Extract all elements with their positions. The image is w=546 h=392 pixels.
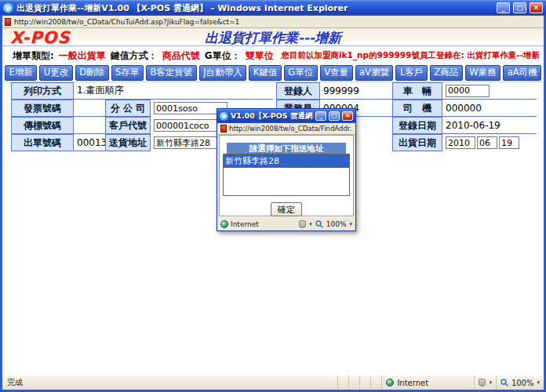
confirm-button[interactable]: 確定 <box>271 202 302 216</box>
popup-title-bar: e V1.00【X-POS 雲通網... _ □ ✕ <box>217 109 355 123</box>
status-panel <box>359 376 370 390</box>
toolbar-button-custom-code[interactable]: B客定貨號 <box>146 65 197 81</box>
delivery-address-label: 送貨地址 <box>105 134 151 151</box>
branch-label: 分 公 司 <box>105 100 151 117</box>
popup-body: 請選擇如下指送地址 新竹縣李路28 確定 <box>219 135 354 216</box>
order-no-label: 出單號碼 <box>11 134 74 151</box>
dropdown-arrow-icon[interactable]: ▾ <box>349 221 352 227</box>
status-panel <box>370 376 381 390</box>
popup-address-bar[interactable]: http://win2008/tw/o_CData/FindAddr.asp <box>217 123 355 135</box>
popup-minimize-button[interactable]: _ <box>315 111 326 121</box>
address-list-item[interactable]: 新竹縣李路28 <box>224 154 349 168</box>
login-notice: 您目前以加盟商ik1_np的999999號員工登錄在: 出貨打單作業--增新 <box>281 50 540 61</box>
popup-address-url[interactable]: http://win2008/tw/o_CData/FindAddr.asp <box>229 125 352 132</box>
slip-no-value <box>74 117 105 134</box>
info-bar: 增單類型: 一般出貨單 鍵值方式： 商品代號 G單位： 雙單位 您目前以加盟商i… <box>13 49 540 62</box>
toolbar-button-check-qty[interactable]: V查量 <box>320 65 353 81</box>
toolbar-button-autofill[interactable]: J自動帶入 <box>199 65 246 81</box>
ship-date-day-input[interactable] <box>499 136 519 149</box>
dropdown-arrow-icon[interactable]: ▾ <box>537 379 540 386</box>
toolbar-button-browse[interactable]: aV瀏覽 <box>355 65 394 81</box>
zoom-level-text: 100% <box>511 379 534 387</box>
ship-date-month-input[interactable] <box>477 136 497 149</box>
title-bar: e 出退貨打單作業--增新V1.00 【X-POS 雲通網】 - Windows… <box>0 0 546 16</box>
invoice-no-value <box>74 100 105 117</box>
register-date-label: 登錄日期 <box>392 117 442 134</box>
ie-logo-icon: e <box>3 3 13 13</box>
slip-no-label: 傳標號碼 <box>11 117 74 134</box>
address-listbox[interactable]: 新竹縣李路28 <box>223 154 350 196</box>
vehicle-label: 車 輛 <box>392 82 442 100</box>
address-select-popup: e V1.00【X-POS 雲通網... _ □ ✕ http://win200… <box>217 108 356 231</box>
status-bar: 完成 Internet ▾ 100% ▾ <box>2 375 544 390</box>
popup-status-bar: Internet ▾ 100% ▾ <box>217 216 355 230</box>
ship-date-year-input[interactable] <box>446 136 475 149</box>
internet-globe-icon <box>220 220 228 228</box>
toolbar-button-update[interactable]: U更改 <box>39 65 72 81</box>
unit-label: G單位： <box>205 49 241 63</box>
toolbar-button-add[interactable]: E增新 <box>5 65 37 81</box>
ie-logo-icon: e <box>220 112 228 121</box>
driver-label: 司 機 <box>392 100 442 117</box>
popup-status-zone: Internet <box>231 220 259 228</box>
print-mode-label: 列印方式 <box>11 82 74 100</box>
toolbar-button-sales[interactable]: W業務 <box>465 65 500 81</box>
key-mode-label: 鍵值方式： <box>111 49 158 63</box>
toolbar-button-unit[interactable]: G單位 <box>284 65 318 81</box>
popup-zoom-level: 100% <box>326 220 347 228</box>
driver-value: 000000 <box>442 100 537 117</box>
popup-close-button[interactable]: ✕ <box>342 111 353 121</box>
customer-code-label: 客戶代號 <box>105 117 151 134</box>
protected-mode-icon <box>479 379 486 387</box>
close-button[interactable]: ✕ <box>530 2 543 13</box>
register-date-value: 2010-06-19 <box>442 117 537 134</box>
unit-value: 雙單位 <box>246 49 274 63</box>
protected-mode-icon <box>299 220 306 228</box>
toolbar: E增新 U更改 D刪除 S存單 B客定貨號 J自動帶入 K鍵值 G單位 V查量 … <box>5 65 541 81</box>
maximize-button[interactable]: □ <box>513 2 526 13</box>
status-done-text: 完成 <box>2 377 337 388</box>
ship-date-label: 出貨日期 <box>392 134 442 151</box>
browser-window: e 出退貨打單作業--增新V1.00 【X-POS 雲通網】 - Windows… <box>0 0 546 392</box>
page-icon <box>5 18 11 26</box>
toolbar-button-customer[interactable]: L客戶 <box>395 65 427 81</box>
zoom-panel[interactable]: 100% ▾ <box>496 376 544 390</box>
page-icon <box>220 125 227 132</box>
dropdown-arrow-icon[interactable]: ▾ <box>489 379 492 386</box>
popup-maximize-button[interactable]: □ <box>329 111 340 121</box>
registrant-label: 登錄人 <box>276 82 320 100</box>
order-type-label: 增單類型: <box>13 49 54 63</box>
key-mode-value: 商品代號 <box>162 49 200 63</box>
toolbar-button-save[interactable]: S存單 <box>111 65 144 81</box>
dropdown-arrow-icon[interactable]: ▾ <box>309 221 312 227</box>
minimize-button[interactable]: _ <box>497 2 510 13</box>
protected-mode-panel[interactable]: ▾ <box>474 376 496 390</box>
popup-prompt: 請選擇如下指送地址 <box>227 143 346 154</box>
status-panel <box>337 376 348 390</box>
order-no-value: 000139 <box>74 134 105 151</box>
order-type-value: 一般出貨單 <box>59 49 106 63</box>
status-zone-text: Internet <box>397 379 428 387</box>
invoice-no-label: 發票號碼 <box>11 100 74 117</box>
page-title: 出退貨打單作業---增新 <box>2 29 544 47</box>
status-zone-panel: Internet <box>381 376 474 390</box>
status-panel <box>348 376 359 390</box>
registrant-value: 999999 <box>320 82 392 100</box>
toolbar-button-driver[interactable]: aA司機 <box>503 65 541 81</box>
toolbar-button-delete[interactable]: D刪除 <box>75 65 109 81</box>
app-banner: X-POS 出退貨打單作業---增新 <box>2 28 544 46</box>
toolbar-button-product[interactable]: Z商品 <box>430 65 463 81</box>
zoom-magnifier-icon <box>315 220 323 228</box>
zoom-magnifier-icon <box>500 379 508 387</box>
toolbar-button-keyvalue[interactable]: K鍵值 <box>249 65 282 81</box>
vehicle-input[interactable] <box>446 85 490 97</box>
print-mode-value: 1.畫面順序 <box>74 82 273 100</box>
internet-globe-icon <box>386 379 394 387</box>
address-bar[interactable]: http://win2008/tw/o_CData/ChuTuiAdd.asp?… <box>0 16 546 28</box>
window-title: 出退貨打單作業--增新V1.00 【X-POS 雲通網】 - Windows I… <box>16 2 493 14</box>
address-url[interactable]: http://win2008/tw/o_CData/ChuTuiAdd.asp?… <box>14 18 239 26</box>
popup-title: V1.00【X-POS 雲通網... <box>231 111 313 122</box>
